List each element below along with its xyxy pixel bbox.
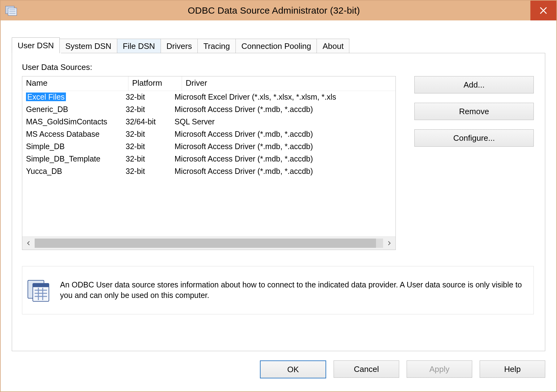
col-driver[interactable]: Driver [182,76,395,91]
help-button[interactable]: Help [480,360,545,378]
cell-driver: Microsoft Access Driver (*.mdb, *.accdb) [172,105,395,114]
tab-strip: User DSN System DSN File DSN Drivers Tra… [12,38,349,53]
list-header[interactable]: Name Platform Driver [22,76,395,91]
dsn-list[interactable]: Name Platform Driver Excel Files32-bitMi… [22,76,396,250]
database-icon [26,277,52,303]
scroll-track[interactable] [35,239,383,248]
cell-name: Simple_DB [26,142,125,151]
cell-name: MS Access Database [26,130,125,139]
cell-driver: Microsoft Access Driver (*.mdb, *.accdb) [172,154,395,163]
cell-name: Excel Files [26,93,125,101]
scroll-left-icon[interactable] [22,237,35,250]
cell-driver: Microsoft Access Driver (*.mdb, *.accdb) [172,130,395,139]
tab-page: User Data Sources: Name Platform Driver … [12,53,545,351]
cell-driver: Microsoft Access Driver (*.mdb, *.accdb) [172,167,395,176]
configure-button[interactable]: Configure... [414,129,534,147]
window-title: ODBC Data Source Administrator (32-bit) [17,5,530,16]
cell-driver: Microsoft Excel Driver (*.xls, *.xlsx, *… [172,93,395,101]
table-row[interactable]: Yucca_DB32-bitMicrosoft Access Driver (*… [22,165,395,177]
table-row[interactable]: Simple_DB_Template32-bitMicrosoft Access… [22,153,395,165]
tab-tracing[interactable]: Tracing [197,39,236,53]
svg-rect-9 [33,283,49,287]
section-label: User Data Sources: [22,62,92,72]
remove-button[interactable]: Remove [414,103,534,120]
cell-platform: 32/64-bit [125,117,172,126]
ok-button[interactable]: OK [260,360,326,378]
horizontal-scrollbar[interactable] [22,236,395,250]
scroll-right-icon[interactable] [383,237,395,250]
dialog-button-row: OK Cancel Apply Help [260,360,545,378]
cell-platform: 32-bit [125,142,172,151]
client-area: User DSN System DSN File DSN Drivers Tra… [1,21,556,391]
cell-name: Generic_DB [26,105,125,114]
cell-platform: 32-bit [125,93,172,101]
tab-connection-pooling[interactable]: Connection Pooling [235,39,317,53]
table-row[interactable]: Generic_DB32-bitMicrosoft Access Driver … [22,103,395,115]
table-row[interactable]: MAS_GoldSimContacts32/64-bitSQL Server [22,115,395,128]
close-button[interactable] [530,1,556,20]
cell-platform: 32-bit [125,154,172,163]
info-panel: An ODBC User data source stores informat… [22,266,534,314]
cell-driver: Microsoft Access Driver (*.mdb, *.accdb) [172,142,395,151]
apply-button[interactable]: Apply [407,360,472,378]
tab-file-dsn[interactable]: File DSN [117,39,161,53]
cell-platform: 32-bit [125,167,172,176]
tab-about[interactable]: About [317,39,349,53]
col-platform[interactable]: Platform [128,76,182,91]
titlebar[interactable]: ODBC Data Source Administrator (32-bit) [1,1,556,20]
cell-name: Yucca_DB [26,167,125,176]
cell-driver: SQL Server [172,117,395,126]
cell-name: MAS_GoldSimContacts [26,117,125,126]
close-icon [539,6,548,15]
table-row[interactable]: Simple_DB32-bitMicrosoft Access Driver (… [22,140,395,153]
scroll-thumb[interactable] [35,239,376,248]
cell-platform: 32-bit [125,130,172,139]
tab-drivers[interactable]: Drivers [161,39,198,53]
odbc-admin-window: ODBC Data Source Administrator (32-bit) … [0,0,557,392]
col-name[interactable]: Name [22,76,128,91]
list-body[interactable]: Excel Files32-bitMicrosoft Excel Driver … [22,91,395,237]
cell-name: Simple_DB_Template [26,154,125,163]
add-button[interactable]: Add... [414,76,534,93]
cancel-button[interactable]: Cancel [334,360,399,378]
table-row[interactable]: Excel Files32-bitMicrosoft Excel Driver … [22,91,395,103]
tab-user-dsn[interactable]: User DSN [12,37,60,53]
tab-system-dsn[interactable]: System DSN [59,39,117,53]
cell-platform: 32-bit [125,105,172,114]
table-row[interactable]: MS Access Database32-bitMicrosoft Access… [22,128,395,140]
app-icon [5,4,17,17]
info-text: An ODBC User data source stores informat… [60,280,527,301]
